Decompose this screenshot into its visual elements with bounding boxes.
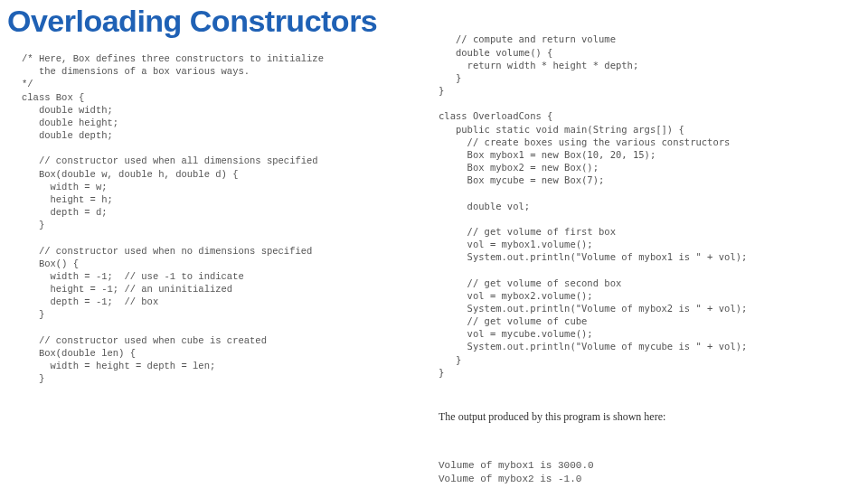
program-output: Volume of mybox1 is 3000.0 Volume of myb… xyxy=(439,459,854,488)
code-left-column: /* Here, Box defines three constructors … xyxy=(22,52,420,385)
code-right-block: // compute and return volume double volu… xyxy=(439,33,854,379)
output-line: Volume of mybox1 is 3000.0 Volume of myb… xyxy=(439,460,594,488)
output-caption: The output produced by this program is s… xyxy=(439,409,854,424)
slide-title: Overloading Constructors xyxy=(7,4,377,39)
code-right-column: // compute and return volume double volu… xyxy=(439,7,854,488)
